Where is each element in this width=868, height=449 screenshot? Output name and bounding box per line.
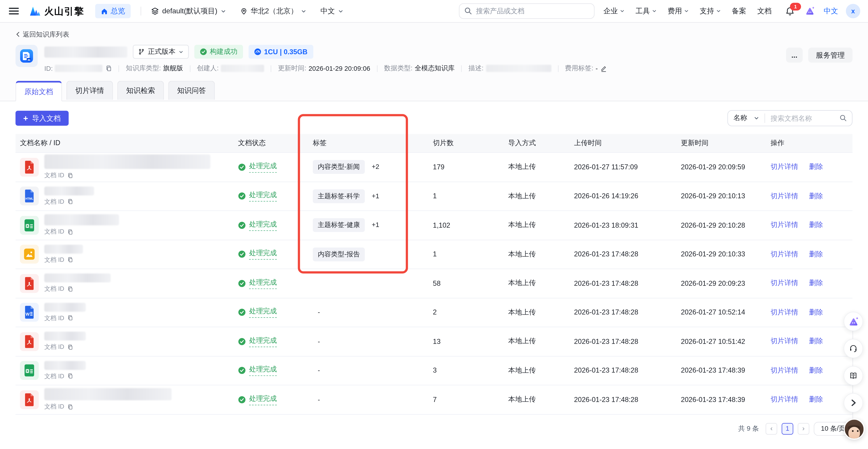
doc-name-redacted [44, 274, 111, 282]
status-badge[interactable]: 处理完成 [238, 394, 277, 405]
copy-icon[interactable] [68, 315, 73, 321]
nav-icp[interactable]: 备案 [732, 6, 746, 16]
overview-nav-button[interactable]: 总览 [95, 4, 131, 18]
nav-support[interactable]: 支持 [700, 6, 721, 16]
tag-overflow-count: +2 [372, 163, 379, 171]
chunk-details-link[interactable]: 切片详情 [771, 395, 798, 403]
filter-field-select[interactable]: 名称 [728, 114, 765, 123]
chunk-details-link[interactable]: 切片详情 [771, 366, 798, 374]
nav-tools[interactable]: 工具 [636, 6, 656, 16]
kb-title-redacted [44, 46, 127, 57]
upload-time: 2026-01-23 17:48:28 [569, 298, 677, 327]
status-badge[interactable]: 处理完成 [238, 307, 277, 318]
chunk-details-link[interactable]: 切片详情 [771, 308, 798, 316]
branch-icon [138, 49, 145, 55]
menu-icon[interactable] [9, 8, 19, 14]
ai-assistant-fab[interactable] [844, 312, 863, 331]
tab-chunk-details[interactable]: 切片详情 [66, 81, 113, 100]
copy-icon[interactable] [68, 404, 73, 410]
chunk-details-link[interactable]: 切片详情 [771, 192, 798, 200]
col-doc-status: 文档状态 [234, 134, 308, 153]
copy-icon[interactable] [68, 257, 73, 263]
collapse-panel-fab[interactable] [844, 393, 863, 413]
language-link[interactable]: 中文 [824, 6, 838, 16]
html-file-icon: HTML [20, 187, 39, 206]
doc-id-label: 文档 ID [44, 228, 64, 236]
status-badge[interactable]: 处理完成 [238, 336, 277, 347]
chunk-details-link[interactable]: 切片详情 [771, 163, 798, 171]
tag-pill: 主题标签-健康 [313, 218, 365, 232]
user-avatar[interactable]: x [846, 4, 860, 18]
document-search-input[interactable] [765, 111, 852, 126]
service-management-button[interactable]: 服务管理 [808, 48, 852, 63]
kb-meta-row: ID: 知识库类型:旗舰版 创建人: 更新时间:2026-01-29 20:09… [44, 64, 786, 73]
chunk-count: 13 [429, 327, 504, 356]
prev-page-button[interactable] [766, 423, 777, 434]
chunk-details-link[interactable]: 切片详情 [771, 221, 798, 229]
global-search-input[interactable] [459, 3, 594, 19]
ai-assistant-icon[interactable] [804, 5, 816, 17]
doc-name-redacted [44, 155, 211, 169]
chunk-details-link[interactable]: 切片详情 [771, 279, 798, 287]
delete-link[interactable]: 删除 [809, 395, 823, 403]
copy-icon[interactable] [68, 199, 73, 204]
doc-name-redacted [44, 332, 86, 341]
divider [271, 65, 271, 72]
status-badge[interactable]: 处理完成 [238, 220, 277, 231]
tab-original-documents[interactable]: 原始文档 [16, 81, 62, 101]
back-to-list-link[interactable]: 返回知识库列表 [16, 30, 69, 39]
status-badge[interactable]: 处理完成 [238, 365, 277, 376]
tab-bar: 原始文档 切片详情 知识检索 知识问答 [0, 73, 868, 101]
brand-logo[interactable]: 火山引擎 [29, 5, 84, 18]
more-actions-button[interactable]: ... [786, 48, 803, 63]
next-page-button[interactable] [798, 423, 809, 434]
region-selector[interactable]: 华北2（北京） [240, 6, 306, 16]
check-circle-icon [200, 48, 207, 55]
check-circle-icon [238, 337, 246, 345]
project-selector[interactable]: default(默认项目) [151, 6, 226, 16]
edit-icon[interactable] [600, 65, 607, 72]
pagination: 共 9 条 1 10 条/页 [16, 422, 852, 449]
delete-link[interactable]: 删除 [809, 308, 823, 316]
import-method: 本地上传 [504, 385, 569, 414]
upload-time: 2026-01-26 14:19:26 [569, 182, 677, 211]
col-upload-time: 上传时间 [569, 134, 677, 153]
status-badge[interactable]: 处理完成 [238, 278, 277, 289]
documentation-book-fab[interactable] [844, 366, 863, 386]
version-selector[interactable]: 正式版本 [133, 45, 189, 59]
delete-link[interactable]: 删除 [809, 192, 823, 200]
chunk-details-link[interactable]: 切片详情 [771, 337, 798, 345]
copy-icon[interactable] [68, 173, 73, 178]
copy-icon[interactable] [68, 286, 73, 292]
delete-link[interactable]: 删除 [809, 366, 823, 374]
copy-icon[interactable] [68, 344, 73, 350]
status-badge[interactable]: 处理完成 [238, 161, 277, 173]
delete-link[interactable]: 删除 [809, 163, 823, 171]
chevron-down-icon [716, 9, 721, 13]
col-actions: 操作 [766, 134, 852, 153]
language-selector[interactable]: 中文 [320, 6, 343, 16]
nav-billing[interactable]: 费用 [668, 6, 688, 16]
copy-icon[interactable] [68, 373, 73, 379]
copy-icon[interactable] [106, 65, 112, 71]
status-badge[interactable]: 处理完成 [238, 249, 277, 260]
copy-icon[interactable] [68, 229, 73, 235]
delete-link[interactable]: 删除 [809, 337, 823, 345]
chunk-details-link[interactable]: 切片详情 [771, 250, 798, 258]
tab-knowledge-retrieval[interactable]: 知识检索 [117, 81, 164, 100]
status-badge[interactable]: 处理完成 [238, 190, 277, 202]
notification-bell-icon[interactable]: 1 [785, 6, 795, 17]
search-icon [464, 6, 472, 15]
nav-enterprise[interactable]: 企业 [603, 6, 624, 16]
tab-knowledge-qa[interactable]: 知识问答 [168, 81, 215, 100]
delete-link[interactable]: 删除 [809, 250, 823, 258]
customer-service-avatar[interactable] [844, 418, 865, 440]
delete-link[interactable]: 删除 [809, 279, 823, 287]
support-headset-fab[interactable] [844, 339, 863, 358]
nav-docs[interactable]: 文档 [757, 6, 772, 16]
status-text: 处理完成 [249, 278, 277, 289]
page-number-button[interactable]: 1 [782, 423, 793, 434]
import-document-button[interactable]: + 导入文档 [16, 111, 69, 126]
home-icon [101, 7, 108, 15]
delete-link[interactable]: 删除 [809, 221, 823, 229]
